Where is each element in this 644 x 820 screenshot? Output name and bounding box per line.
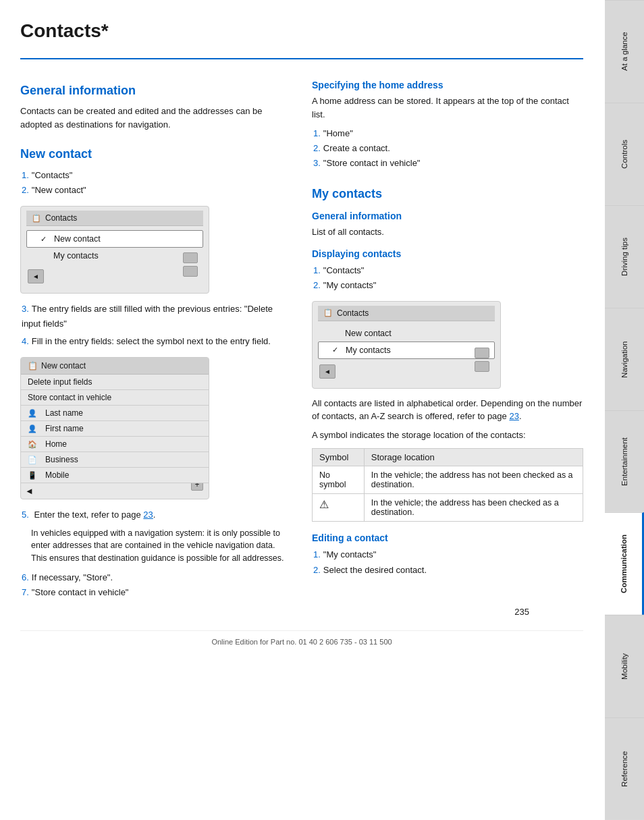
- screen3-item2[interactable]: ✓ My contacts: [318, 341, 495, 359]
- screen3-titlebar: 📋 Contacts: [318, 306, 495, 321]
- screen2-title: New contact: [41, 361, 86, 371]
- list-item: 3."Store contact in vehicle": [312, 156, 583, 171]
- table-row: No symbol In the vehicle; the address ha…: [313, 466, 583, 494]
- new-contact-steps-list: 1."Contacts" 2."New contact": [20, 168, 292, 198]
- editing-title: Editing a contact: [312, 532, 583, 543]
- screen2-field4[interactable]: 📄 Business: [21, 452, 209, 468]
- screen3-mockup: 📋 Contacts New contact ✓ My contacts ◄: [312, 301, 501, 389]
- left-column: General information Contacts can be crea…: [20, 70, 292, 600]
- screen1-title: Contacts: [45, 213, 77, 223]
- screen3-item1[interactable]: New contact: [318, 325, 495, 341]
- list-item: 5. Enter the text, refer to page 23.: [20, 508, 292, 522]
- sidebar-tab-entertainment[interactable]: Entertainment: [605, 410, 644, 513]
- screen3-right-controls: [475, 348, 489, 372]
- new-contact-steps4-list: 6.If necessary, "Store". 7."Store contac…: [20, 570, 292, 600]
- list-item: 6.If necessary, "Store".: [20, 570, 292, 585]
- storage-cell2: In the vehicle; the address has been che…: [364, 494, 583, 522]
- home-icon: 🏠: [28, 440, 37, 449]
- list-item: 2.Create a contact.: [312, 141, 583, 156]
- displaying-steps-list: 1."Contacts" 2."My contacts": [312, 263, 583, 293]
- list-item: 2."My contacts": [312, 278, 583, 293]
- symbol-cell2: ⚠: [313, 494, 365, 522]
- main-content: Contacts* General information Contacts c…: [0, 0, 603, 670]
- sidebar-tab-mobility[interactable]: Mobility: [605, 615, 644, 717]
- screen1-nav: ◄: [26, 267, 203, 286]
- symbol-cell: No symbol: [313, 466, 365, 494]
- warning-icon: ⚠: [319, 499, 329, 510]
- last-name-icon: 👤: [28, 409, 37, 418]
- list-item: 1."Home": [312, 126, 583, 141]
- displaying-title: Displaying contacts: [312, 248, 583, 259]
- sidebar-tab-controls[interactable]: Controls: [605, 103, 644, 205]
- list-item: 4.Fill in the entry fields: select the s…: [20, 334, 292, 349]
- sidebar-tab-navigation[interactable]: Navigation: [605, 308, 644, 410]
- screen1-item2[interactable]: My contacts: [26, 248, 203, 264]
- sidebar: At a glance Controls Driving tips Naviga…: [605, 0, 644, 820]
- screen2-left-arrow[interactable]: ◄: [25, 486, 34, 496]
- screen3-contacts-icon: 📋: [323, 308, 333, 317]
- right-general-info-title: General information: [312, 211, 583, 221]
- sidebar-tab-at-a-glance[interactable]: At a glance: [605, 0, 644, 103]
- sidebar-tab-driving-tips[interactable]: Driving tips: [605, 205, 644, 308]
- screen2-action1[interactable]: Delete input fields: [21, 375, 209, 390]
- page-title: Contacts*: [20, 20, 583, 42]
- page-number: 235: [20, 607, 583, 617]
- screen2-mockup: 📋 New contact Delete input fields Store …: [20, 357, 209, 499]
- editing-steps-list: 1."My contacts" 2.Select the desired con…: [312, 547, 583, 577]
- screen2-field5[interactable]: 📱 Mobile: [21, 468, 209, 483]
- new-contact-steps2-list: 3.The entry fields are still filled with…: [20, 302, 292, 349]
- symbol-col-header: Symbol: [313, 449, 365, 466]
- first-name-icon: 👤: [28, 425, 37, 433]
- screen1-ctrl1[interactable]: [183, 252, 198, 263]
- alpha-link[interactable]: 23: [509, 411, 518, 421]
- screen1-right-controls: [183, 252, 198, 277]
- specifying-steps-list: 1."Home" 2.Create a contact. 3."Store co…: [312, 126, 583, 171]
- list-item: 2."New contact": [20, 183, 292, 198]
- mobile-icon: 📱: [28, 471, 37, 480]
- general-info-title: General information: [20, 84, 292, 98]
- list-item: 1."Contacts": [20, 168, 292, 183]
- screen2-action2[interactable]: Store contact in vehicle: [21, 390, 209, 406]
- screen2-icon: 📋: [28, 361, 38, 371]
- screen3-nav: ◄: [318, 362, 495, 381]
- specifying-text: A home address can be stored. It appears…: [312, 94, 583, 121]
- checkmark-icon2: ✓: [332, 346, 342, 354]
- list-item: 1."Contacts": [312, 263, 583, 278]
- sidebar-tab-reference[interactable]: Reference: [605, 717, 644, 820]
- screen3-ctrl1[interactable]: [475, 348, 489, 358]
- new-contact-steps3-list: 5. Enter the text, refer to page 23.: [20, 508, 292, 522]
- screen2-titlebar: 📋 New contact: [21, 358, 209, 375]
- list-item: 3.The entry fields are still filled with…: [20, 302, 292, 331]
- alpha-text: All contacts are listed in alphabetical …: [312, 397, 583, 423]
- new-contact-title: New contact: [20, 147, 292, 161]
- table-row: ⚠ In the vehicle; the address has been c…: [313, 494, 583, 522]
- list-item: 2.Select the desired contact.: [312, 563, 583, 578]
- storage-cell: In the vehicle; the address has not been…: [364, 466, 583, 494]
- screen2-bottom: ◄: [21, 483, 209, 499]
- general-info-text: Contacts can be created and edited and t…: [20, 105, 292, 131]
- my-contacts-title: My contacts: [312, 187, 583, 201]
- screen2-field2[interactable]: 👤 First name +: [21, 421, 209, 437]
- contacts-icon: 📋: [32, 214, 41, 223]
- screen2-field1[interactable]: 👤 Last name: [21, 406, 209, 421]
- screen1-titlebar: 📋 Contacts: [26, 211, 203, 226]
- storage-text: A symbol indicates the storage location …: [312, 429, 583, 442]
- sidebar-tab-communication[interactable]: Communication: [605, 512, 644, 615]
- screen3-left-arrow[interactable]: ◄: [319, 364, 336, 379]
- screen2-field3[interactable]: 🏠 Home: [21, 437, 209, 452]
- symbol-table: Symbol Storage location No symbol In the…: [312, 448, 583, 522]
- footer-text: Online Edition for Part no. 01 40 2 606 …: [20, 630, 583, 650]
- list-item: 7."Store contact in vehicle": [20, 585, 292, 600]
- screen1-ctrl2[interactable]: [183, 266, 198, 277]
- checkmark-icon: ✓: [41, 235, 50, 244]
- screen3-ctrl2[interactable]: [475, 361, 489, 372]
- specifying-title: Specifying the home address: [312, 80, 583, 90]
- step5-link[interactable]: 23: [143, 510, 153, 520]
- screen3-title: Contacts: [337, 308, 369, 318]
- list-item: 1."My contacts": [312, 547, 583, 562]
- storage-col-header: Storage location: [364, 449, 583, 466]
- screen1-left-arrow[interactable]: ◄: [28, 269, 44, 283]
- right-general-info-text: List of all contacts.: [312, 225, 583, 239]
- right-column: Specifying the home address A home addre…: [312, 70, 583, 600]
- screen1-item1[interactable]: ✓ New contact: [26, 230, 203, 248]
